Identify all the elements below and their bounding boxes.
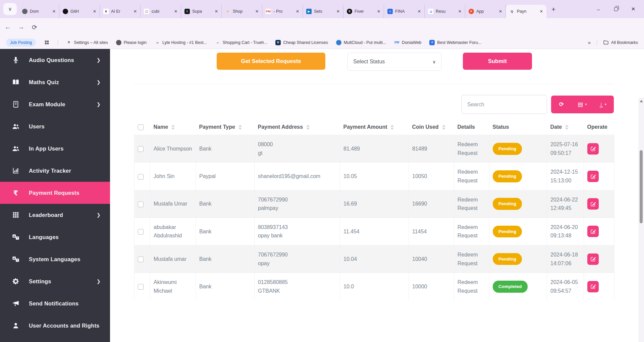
bookmark-item[interactable]: ☁ Lyte Hosting - #1 Best...	[155, 40, 207, 45]
bookmark-item[interactable]: tr Cheap Shared Licenses	[275, 40, 328, 45]
tab-close-icon[interactable]: ✕	[417, 8, 422, 14]
browser-tab[interactable]: ▢ cubi ✕	[141, 5, 181, 18]
sidebar-item[interactable]: Users	[0, 115, 110, 137]
sidebar-item[interactable]: Web Settings ❯	[0, 337, 110, 342]
sidebar-item[interactable]: Maths Quiz ❯	[0, 71, 110, 93]
tab-close-icon[interactable]: ✕	[376, 8, 381, 14]
browser-tab[interactable]: Q Payn ✕	[506, 5, 546, 18]
tab-close-icon[interactable]: ✕	[255, 8, 259, 14]
column-header[interactable]: Date	[547, 119, 584, 135]
tab-close-icon[interactable]: ✕	[458, 8, 462, 14]
row-checkbox[interactable]	[138, 146, 144, 152]
export-button[interactable]: ↓▼	[593, 102, 614, 107]
scrollbar-thumb[interactable]	[640, 150, 643, 223]
sort-icon[interactable]	[390, 125, 394, 130]
column-header[interactable]: Coin Used	[409, 119, 454, 135]
browser-tab[interactable]: fi Fiver ✕	[343, 5, 384, 18]
cell-select	[135, 245, 150, 273]
browser-tab[interactable]: F App ✕	[465, 5, 506, 18]
sidebar-item[interactable]: A* Languages	[0, 226, 110, 248]
row-checkbox[interactable]	[138, 256, 144, 262]
tab-close-icon[interactable]: ✕	[133, 8, 138, 14]
restore-icon[interactable]	[607, 0, 625, 18]
tab-close-icon[interactable]: ✕	[92, 8, 97, 14]
minimize-icon[interactable]: –	[590, 0, 607, 18]
browser-tab[interactable]: ≡ FINA ✕	[384, 5, 425, 18]
row-checkbox[interactable]	[138, 284, 144, 290]
column-header[interactable]: Payment Type	[196, 119, 255, 135]
tab-close-icon[interactable]: ✕	[214, 8, 219, 14]
sidebar-item[interactable]: Leaderboard ❯	[0, 204, 110, 226]
refresh-button[interactable]: ⟳	[551, 101, 572, 108]
bookmark-item[interactable]: Please login	[116, 40, 147, 45]
sort-icon[interactable]	[442, 125, 445, 130]
tab-close-icon[interactable]: ✕	[295, 8, 300, 14]
edit-button[interactable]	[587, 253, 599, 265]
tab-close-icon[interactable]: ✕	[173, 8, 178, 14]
row-checkbox[interactable]	[138, 229, 144, 235]
column-header[interactable]: Details	[454, 119, 489, 135]
submit-button[interactable]: Submit	[463, 53, 532, 70]
sidebar-item[interactable]: Audio Questions ❯	[0, 49, 110, 71]
column-header[interactable]: Name	[150, 119, 196, 135]
refresh-icon: ⟳	[559, 101, 564, 108]
row-checkbox[interactable]	[138, 174, 144, 180]
sidebar-item[interactable]: ₹ Payment Requests	[0, 182, 110, 204]
get-selected-requests-button[interactable]: Get Selected Requests	[217, 53, 325, 70]
apps-grid-icon[interactable]	[44, 40, 50, 45]
all-bookmarks-button[interactable]: All Bookmarks	[603, 40, 638, 45]
column-header[interactable]: Payment Amount	[340, 119, 409, 135]
browser-tab[interactable]: ↯ Supa ✕	[181, 5, 222, 18]
sidebar-item[interactable]: Settings ❯	[0, 270, 110, 292]
tab-close-icon[interactable]: ✕	[336, 8, 340, 14]
status-select[interactable]: Select Status ∨	[347, 53, 441, 71]
bookmarks-overflow-icon[interactable]: »	[588, 40, 591, 45]
browser-tab[interactable]: PM - Pro ✕	[262, 5, 303, 18]
scroll-up-icon[interactable]	[640, 100, 643, 102]
edit-button[interactable]	[587, 171, 599, 182]
bookmark-item[interactable]: ⚙ Settings – All sites	[66, 40, 108, 45]
back-icon[interactable]: ←	[3, 22, 13, 32]
bookmark-job-posting[interactable]: Job Posting	[6, 39, 36, 47]
forward-icon[interactable]: →	[16, 22, 26, 32]
column-header[interactable]: Operate	[584, 119, 614, 135]
browser-tab[interactable]: ▶ Sets ✕	[303, 5, 343, 18]
bookmark-item[interactable]: DW DoniaWeb	[394, 40, 421, 45]
column-header[interactable]: Payment Address	[255, 119, 340, 135]
sort-icon[interactable]	[238, 125, 242, 130]
browser-tab[interactable]: ★ Shop ✕	[222, 5, 262, 18]
edit-button[interactable]	[587, 143, 599, 155]
columns-button[interactable]: ▤▼	[572, 101, 593, 108]
sidebar-item[interactable]: User Accounts and Rights	[0, 315, 110, 337]
edit-button[interactable]	[587, 281, 599, 292]
bookmark-item[interactable]: # Best Webmaster Foru...	[429, 40, 481, 45]
select-all-checkbox[interactable]	[138, 124, 144, 130]
tab-search-button[interactable]: ∨	[3, 3, 17, 15]
new-tab-button[interactable]: +	[551, 5, 555, 13]
page-scrollbar[interactable]	[638, 98, 644, 342]
column-header[interactable]: Status	[489, 119, 547, 135]
sidebar-item[interactable]: Activity Tracker	[0, 160, 110, 182]
tab-close-icon[interactable]: ✕	[498, 8, 503, 14]
sort-icon[interactable]	[306, 125, 310, 130]
sidebar-item[interactable]: A* System Languages	[0, 248, 110, 270]
sidebar-item[interactable]: Send Notifications	[0, 292, 110, 315]
sort-icon[interactable]	[565, 125, 569, 130]
browser-tab[interactable]: ◪ Resu ✕	[425, 5, 465, 18]
sidebar-item[interactable]: Exam Module ❯	[0, 93, 110, 115]
reload-icon[interactable]: ⟳	[30, 22, 40, 32]
browser-tab[interactable]: Dom ✕	[19, 5, 59, 18]
search-input[interactable]	[462, 95, 547, 114]
sidebar-item[interactable]: In App Users	[0, 137, 110, 160]
row-checkbox[interactable]	[138, 202, 144, 207]
sort-icon[interactable]	[171, 125, 175, 130]
browser-tab[interactable]: II AI Er ✕	[100, 5, 141, 18]
bookmark-item[interactable]: MultCloud - Put multi...	[336, 40, 386, 45]
edit-button[interactable]	[587, 226, 599, 237]
browser-tab[interactable]: GitH ✕	[59, 5, 100, 18]
edit-button[interactable]	[587, 198, 599, 210]
tab-close-icon[interactable]: ✕	[52, 8, 56, 14]
tab-close-icon[interactable]: ✕	[539, 8, 544, 14]
bookmark-item[interactable]: ☁ Shopping Cart - Trueh...	[215, 40, 267, 45]
close-icon[interactable]: ✕	[625, 0, 642, 18]
